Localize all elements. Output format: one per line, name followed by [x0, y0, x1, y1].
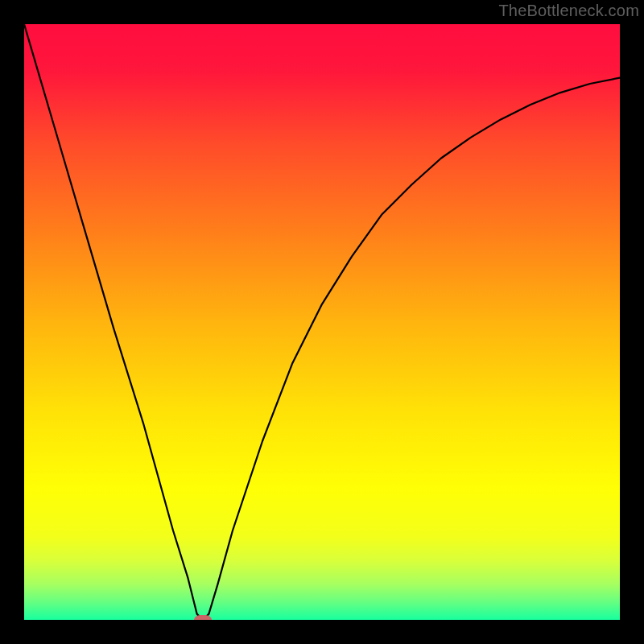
plot-area — [24, 24, 620, 620]
chart-frame: TheBottleneck.com — [0, 0, 644, 644]
gradient-background — [24, 24, 620, 620]
bottleneck-chart — [24, 24, 620, 620]
watermark-text: TheBottleneck.com — [498, 2, 639, 20]
